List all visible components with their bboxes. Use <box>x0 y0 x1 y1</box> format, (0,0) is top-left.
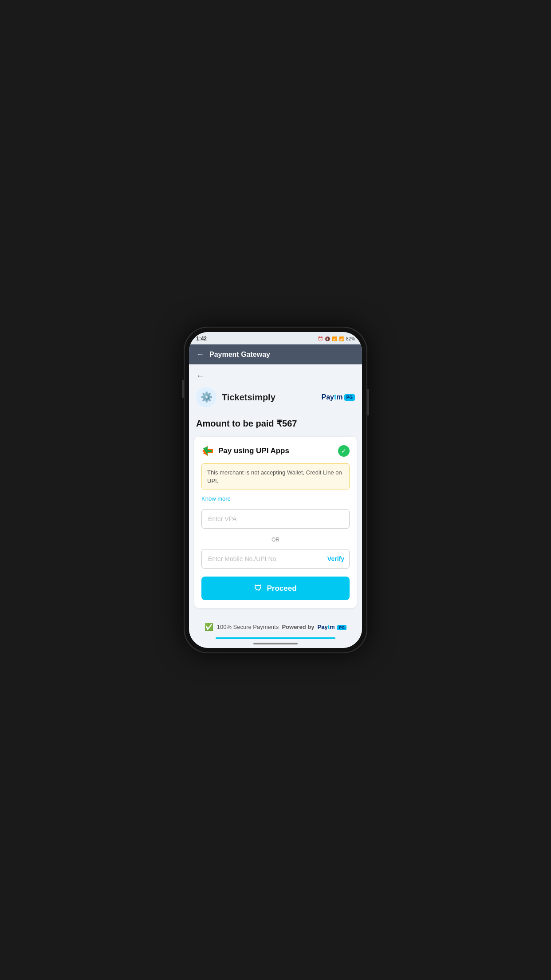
paytm-m: m <box>336 393 342 401</box>
brand-row: ⚙️ Ticketsimply Paytm PG <box>189 384 362 415</box>
or-line-right <box>284 540 350 540</box>
gear-icon: ⚙️ <box>201 391 213 403</box>
upi-logo-icon <box>201 445 214 457</box>
proceed-button[interactable]: 🛡 Proceed <box>201 577 350 600</box>
battery-text: 82% <box>346 336 355 341</box>
phone-shell: 1:42 ⏰ 🔇 📶 📶 82% ← Payment Gateway ← <box>184 327 367 653</box>
secure-check-icon: ✅ <box>205 623 213 631</box>
back-row: ← <box>189 364 362 384</box>
home-indicator <box>189 639 362 648</box>
volume-button <box>182 380 184 398</box>
shield-icon: 🛡 <box>254 584 262 593</box>
or-divider: OR <box>201 537 350 543</box>
payment-card: Pay using UPI Apps ✓ This merchant is no… <box>194 437 357 608</box>
upi-title: Pay using UPI Apps <box>218 447 289 455</box>
mute-icon: 🔇 <box>325 336 330 341</box>
warning-box: This merchant is not accepting Wallet, C… <box>201 463 350 490</box>
back-arrow-icon[interactable]: ← <box>196 371 205 380</box>
app-bar-title: Payment Gateway <box>209 351 270 359</box>
wifi-icon: 📶 <box>332 336 337 341</box>
paytm-pay: Pay <box>322 393 334 401</box>
app-bar-back-icon: ← <box>196 350 204 359</box>
brand-icon: ⚙️ <box>196 387 216 407</box>
upi-check-icon: ✓ <box>338 445 350 457</box>
upi-header: Pay using UPI Apps ✓ <box>201 445 350 457</box>
paytm-logo: Paytm <box>322 393 343 401</box>
verify-button[interactable]: Verify <box>327 555 344 562</box>
status-bar: 1:42 ⏰ 🔇 📶 📶 82% <box>189 332 362 344</box>
status-time: 1:42 <box>196 336 207 342</box>
content-area: ← ⚙️ Ticketsimply Paytm PG <box>189 364 362 648</box>
pg-badge: PG <box>344 394 355 401</box>
paytm-footer-logo: Paytm <box>318 624 335 630</box>
phone-screen: 1:42 ⏰ 🔇 📶 📶 82% ← Payment Gateway ← <box>189 332 362 648</box>
upi-left: Pay using UPI Apps <box>201 445 289 457</box>
brand-name: Ticketsimply <box>222 392 276 403</box>
warning-text: This merchant is not accepting Wallet, C… <box>207 469 342 484</box>
powered-by-text: Powered by <box>282 624 314 630</box>
footer-text: 100% Secure Payments Powered by Paytm PG <box>217 624 347 630</box>
signal-icon: 📶 <box>339 336 344 341</box>
amount-text: Amount to be paid ₹567 <box>196 419 297 428</box>
app-bar: ← Payment Gateway <box>189 344 362 364</box>
status-icons: ⏰ 🔇 📶 📶 82% <box>318 336 355 341</box>
know-more-link[interactable]: Know more <box>201 495 350 502</box>
brand-left: ⚙️ Ticketsimply <box>196 387 276 407</box>
or-text: OR <box>267 537 284 543</box>
alarm-icon: ⏰ <box>318 336 323 341</box>
amount-row: Amount to be paid ₹567 <box>189 415 362 437</box>
vpa-input[interactable] <box>201 509 350 529</box>
mobile-input-wrapper: Verify <box>201 549 350 569</box>
footer-pg-badge: PG <box>337 625 346 630</box>
power-button <box>367 389 369 415</box>
or-line-left <box>201 540 267 540</box>
footer: ✅ 100% Secure Payments Powered by Paytm … <box>189 614 362 637</box>
home-bar <box>253 643 298 644</box>
proceed-label: Proceed <box>267 584 296 593</box>
secure-text: 100% Secure Payments <box>217 624 279 630</box>
paytm-pg-badge: Paytm PG <box>322 393 355 401</box>
